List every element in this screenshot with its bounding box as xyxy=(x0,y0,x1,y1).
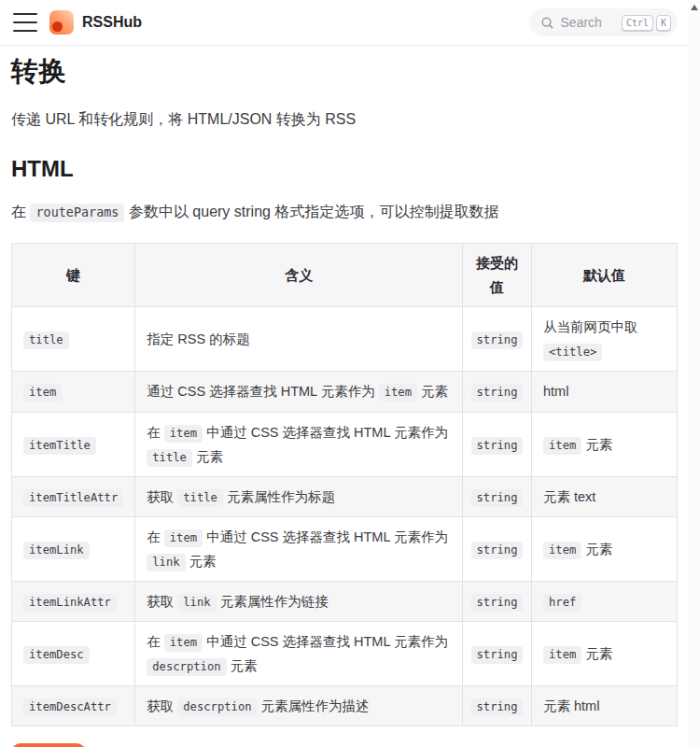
inline-code: link xyxy=(147,554,185,571)
inline-code: item xyxy=(379,384,417,402)
cell-key: itemDesc xyxy=(12,622,135,686)
inline-code: string xyxy=(471,489,524,507)
inline-code: itemDescAttr xyxy=(23,698,117,716)
cell-accepted: string xyxy=(463,412,532,476)
search-placeholder: Search xyxy=(561,15,602,30)
table-header-row: 键 含义 接受的值 默认值 xyxy=(12,244,678,307)
cell-meaning: 通过 CSS 选择器查找 HTML 元素作为 item 元素 xyxy=(135,372,463,412)
cell-accepted: string xyxy=(463,622,532,686)
cell-default: 元素 text xyxy=(532,476,678,516)
cell-meaning: 获取 descrption 元素属性作为描述 xyxy=(135,686,463,726)
cell-meaning: 获取 title 元素属性作为标题 xyxy=(135,476,463,516)
col-header-accepted: 接受的值 xyxy=(463,244,532,307)
cell-meaning: 在 item 中通过 CSS 选择器查找 HTML 元素作为 title 元素 xyxy=(135,412,463,476)
page-subtitle: 传递 URL 和转化规则，将 HTML/JSON 转换为 RSS xyxy=(11,108,689,131)
section-intro: 在 routeParams 参数中以 query string 格式指定选项，可… xyxy=(11,200,689,224)
inline-code: link xyxy=(177,594,216,612)
inline-code: itemLinkAttr xyxy=(23,594,117,612)
cell-default: 从当前网页中取 <title> xyxy=(532,307,678,372)
inline-code: itemDesc xyxy=(23,646,90,664)
inline-code: descrption xyxy=(177,698,257,716)
inline-code: string xyxy=(471,542,524,559)
cell-accepted: string xyxy=(463,476,532,516)
cell-meaning: 在 item 中通过 CSS 选择器查找 HTML 元素作为 link 元素 xyxy=(135,516,463,581)
inline-code: item xyxy=(543,542,581,559)
inline-code: routeParams xyxy=(30,204,124,222)
table-row: itemLinkAttr获取 link 元素属性作为链接stringhref xyxy=(12,582,678,622)
cell-meaning: 在 item 中通过 CSS 选择器查找 HTML 元素作为 descrptio… xyxy=(135,622,463,686)
brand-home-link[interactable]: RSSHub xyxy=(49,10,142,35)
cell-default: item 元素 xyxy=(532,412,678,476)
cell-accepted: string xyxy=(463,686,532,726)
inline-code: string xyxy=(471,331,524,349)
inline-code: string xyxy=(471,594,524,612)
cell-key: itemLink xyxy=(12,516,135,581)
inline-code: item xyxy=(164,425,203,443)
scrollbar[interactable] xyxy=(688,0,700,747)
inline-code: descrption xyxy=(147,658,226,676)
cell-key: item xyxy=(12,372,135,412)
cell-default: 元素 html xyxy=(532,686,678,726)
cell-key: title xyxy=(12,307,135,372)
cell-default: href xyxy=(532,582,678,622)
inline-code: item xyxy=(543,437,581,455)
cell-default: html xyxy=(532,372,678,412)
inline-code: item xyxy=(164,529,203,547)
col-header-default: 默认值 xyxy=(532,244,678,307)
cell-key: itemTitleAttr xyxy=(12,476,135,516)
inline-code: item xyxy=(23,384,62,402)
inline-code: itemLink xyxy=(23,542,90,559)
logo-dot xyxy=(52,21,63,32)
cell-key: itemLinkAttr xyxy=(12,582,135,622)
kbd-ctrl: Ctrl xyxy=(622,15,653,31)
search-box[interactable]: Search Ctrl K xyxy=(529,8,678,36)
inline-code: string xyxy=(471,384,524,402)
table-row: title指定 RSS 的标题string从当前网页中取 <title> xyxy=(12,307,678,372)
main-content: 转换 传递 URL 和转化规则，将 HTML/JSON 转换为 RSS HTML… xyxy=(0,54,700,747)
cell-accepted: string xyxy=(463,307,532,372)
rsshub-logo-icon xyxy=(49,10,74,35)
table-row: item通过 CSS 选择器查找 HTML 元素作为 item 元素string… xyxy=(12,372,678,412)
inline-code: href xyxy=(543,594,581,612)
cell-accepted: string xyxy=(463,372,532,412)
inline-code: item xyxy=(543,646,581,664)
table-row: itemLink在 item 中通过 CSS 选择器查找 HTML 元素作为 l… xyxy=(12,516,678,581)
hamburger-icon xyxy=(13,13,37,15)
inline-code: title xyxy=(23,331,69,349)
app-header: RSSHub Search Ctrl K xyxy=(0,0,700,46)
search-shortcut: Ctrl K xyxy=(622,15,671,31)
table-row: itemTitle在 item 中通过 CSS 选择器查找 HTML 元素作为 … xyxy=(12,412,678,476)
inline-code: string xyxy=(471,646,524,664)
params-table: 键 含义 接受的值 默认值 title指定 RSS 的标题string从当前网页… xyxy=(11,243,678,726)
cell-key: itemDescAttr xyxy=(12,686,135,726)
table-row: itemDescAttr获取 descrption 元素属性作为描述string… xyxy=(12,686,678,726)
col-header-key: 键 xyxy=(12,244,135,307)
table-body: title指定 RSS 的标题string从当前网页中取 <title>item… xyxy=(12,307,678,726)
cell-meaning: 获取 link 元素属性作为链接 xyxy=(135,582,463,622)
self-host-badge: 仅支持自建 xyxy=(11,743,86,747)
menu-button[interactable] xyxy=(13,13,37,32)
cell-key: itemTitle xyxy=(12,412,135,476)
page-title: 转换 xyxy=(11,54,689,90)
table-row: itemDesc在 item 中通过 CSS 选择器查找 HTML 元素作为 d… xyxy=(12,622,678,686)
cell-accepted: string xyxy=(463,582,532,622)
inline-code: title xyxy=(177,489,223,507)
table-head: 键 含义 接受的值 默认值 xyxy=(12,244,678,307)
inline-code: item xyxy=(164,634,203,652)
cell-meaning: 指定 RSS 的标题 xyxy=(135,307,463,372)
kbd-k: K xyxy=(656,15,671,31)
inline-code: itemTitleAttr xyxy=(23,489,123,507)
brand-name: RSSHub xyxy=(82,14,142,31)
cell-accepted: string xyxy=(463,516,532,581)
table-row: itemTitleAttr获取 title 元素属性作为标题string元素 t… xyxy=(12,476,678,516)
cell-default: item 元素 xyxy=(532,516,678,581)
scrollbar-up-arrow[interactable] xyxy=(691,5,698,10)
inline-code: string xyxy=(471,698,524,716)
search-icon xyxy=(540,16,554,30)
inline-code: <title> xyxy=(543,344,602,361)
inline-code: title xyxy=(147,449,192,467)
inline-code: itemTitle xyxy=(23,437,96,455)
col-header-meaning: 含义 xyxy=(135,244,463,307)
inline-code: string xyxy=(471,437,524,455)
section-heading-html: HTML xyxy=(11,156,689,182)
